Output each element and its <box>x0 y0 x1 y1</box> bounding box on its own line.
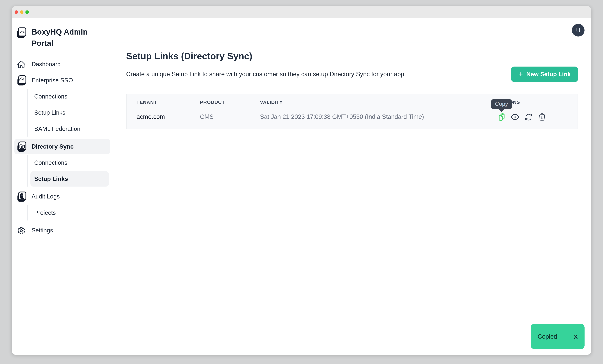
sidebar-item-sso-connections[interactable]: Connections <box>30 89 109 104</box>
new-setup-link-label: New Setup Link <box>526 71 571 78</box>
toast-close-button[interactable]: X <box>574 333 578 340</box>
setup-links-table: TENANT PRODUCT VALIDITY ACTIONS acme.com… <box>126 94 578 129</box>
sidebar-item-label: Settings <box>32 227 53 234</box>
delete-link-button[interactable] <box>538 113 546 121</box>
view-link-button[interactable] <box>511 113 519 121</box>
trash-icon <box>538 113 546 121</box>
brand[interactable]: </> BoxyHQ Admin Portal <box>12 23 113 51</box>
page-content: Setup Links (Directory Sync) Create a un… <box>113 42 591 129</box>
main-area: U Setup Links (Directory Sync) Create a … <box>113 18 591 355</box>
sidebar-item-enterprise-sso[interactable]: Enterprise SSO <box>14 73 110 88</box>
new-setup-link-button[interactable]: + New Setup Link <box>511 67 578 82</box>
copy-link-button[interactable]: Copy <box>497 113 506 121</box>
zoom-window-icon[interactable] <box>25 10 29 14</box>
refresh-icon <box>524 113 533 121</box>
close-window-icon[interactable] <box>15 10 18 14</box>
minimize-window-icon[interactable] <box>20 10 23 14</box>
screen: </> BoxyHQ Admin Portal Dashboard <box>0 0 603 364</box>
eye-icon <box>511 113 519 121</box>
audit-logs-subnav: Projects <box>27 205 109 221</box>
avatar[interactable]: U <box>572 24 585 36</box>
sidebar-item-label: Audit Logs <box>32 193 60 200</box>
sidebar-item-label: Directory Sync <box>32 143 74 150</box>
product-cell: CMS <box>200 114 260 120</box>
tenant-cell: acme.com <box>137 114 200 120</box>
sidebar-item-sso-setup-links[interactable]: Setup Links <box>30 105 109 120</box>
sidebar-item-saml-federation[interactable]: SAML Federation <box>30 121 109 137</box>
copied-toast: Copied X <box>531 324 585 349</box>
gear-icon <box>16 226 26 235</box>
column-header-tenant: TENANT <box>137 100 200 105</box>
sidebar-item-dsync-connections[interactable]: Connections <box>30 155 109 170</box>
directory-sync-subnav: Connections Setup Links <box>27 155 109 187</box>
sidebar-item-label: Enterprise SSO <box>32 77 73 84</box>
top-header: U <box>113 18 591 42</box>
plus-icon: + <box>519 70 523 78</box>
app-window: </> BoxyHQ Admin Portal Dashboard <box>12 6 591 355</box>
enterprise-sso-subnav: Connections Setup Links SAML Federation <box>27 89 109 136</box>
audit-logs-keycap-icon <box>16 191 26 202</box>
page-title: Setup Links (Directory Sync) <box>126 51 578 62</box>
sidebar-item-dsync-setup-links[interactable]: Setup Links <box>30 171 109 187</box>
sidebar-item-audit-logs[interactable]: Audit Logs <box>14 189 110 204</box>
validity-cell: Sat Jan 21 2023 17:09:38 GMT+0530 (India… <box>260 114 497 120</box>
boxyhq-logo-icon: </> <box>16 26 26 39</box>
sidebar-nav: Dashboard Enterprise SSO <box>12 57 113 238</box>
column-header-product: PRODUCT <box>200 100 260 105</box>
sso-keycap-icon <box>16 75 26 86</box>
sidebar-item-dashboard[interactable]: Dashboard <box>14 57 110 72</box>
window-titlebar <box>12 6 591 18</box>
avatar-initial: U <box>576 27 580 34</box>
toast-message: Copied <box>538 333 557 340</box>
sidebar-item-projects[interactable]: Projects <box>30 205 109 221</box>
sidebar: </> BoxyHQ Admin Portal Dashboard <box>12 18 113 355</box>
sidebar-item-settings[interactable]: Settings <box>14 223 110 238</box>
copy-tooltip: Copy <box>491 99 512 109</box>
page-description: Create a unique Setup Link to share with… <box>126 71 406 78</box>
home-icon <box>16 60 26 69</box>
sidebar-item-directory-sync[interactable]: Directory Sync <box>14 139 110 154</box>
sidebar-item-label: Dashboard <box>32 61 61 68</box>
regenerate-link-button[interactable] <box>524 113 533 121</box>
brand-name: BoxyHQ Admin Portal <box>32 26 105 49</box>
svg-text:</>: </> <box>20 30 25 34</box>
table-row: acme.com CMS Sat Jan 21 2023 17:09:38 GM… <box>127 105 578 129</box>
column-header-validity: VALIDITY <box>260 100 497 105</box>
actions-cell: Copy <box>497 113 568 121</box>
directory-sync-keycap-icon <box>16 141 26 152</box>
